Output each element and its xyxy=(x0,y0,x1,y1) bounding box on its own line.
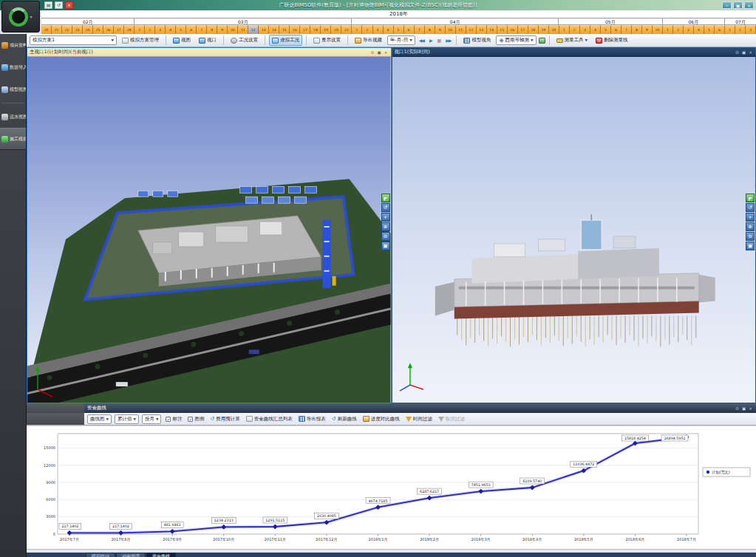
timeline-day-cell[interactable]: 2 xyxy=(362,25,372,34)
view-cube-icon[interactable]: ◩ xyxy=(746,194,755,202)
timeline-day-cell[interactable]: 14 xyxy=(487,25,497,34)
tab-simulation-stats[interactable]: 模拟统计 xyxy=(86,553,115,557)
view-angle-select[interactable]: ◈ 西南等轴测▼ xyxy=(496,35,536,45)
close-icon[interactable]: × xyxy=(384,49,389,55)
zoom-in-icon[interactable]: ⊕ xyxy=(381,222,390,231)
timeline-day-cell[interactable]: 13 xyxy=(477,25,487,34)
zoom-out-icon[interactable]: ⊖ xyxy=(746,232,755,241)
timeline-day-cell[interactable]: 1 xyxy=(352,25,362,34)
timeline-day-cell[interactable]: 3 xyxy=(746,25,756,34)
orbit-icon[interactable]: ↺ xyxy=(746,203,755,212)
display-settings-button[interactable]: 显示设置 xyxy=(310,35,344,46)
cost-precalc-button[interactable]: ↺费用预计算 xyxy=(208,415,241,423)
step-forward-button[interactable]: ▶▶ xyxy=(444,37,452,44)
timeline-day-cell[interactable]: 1 xyxy=(559,25,570,34)
zoom-in-icon[interactable]: ⊕ xyxy=(746,222,755,231)
timeline-day-cell[interactable]: 15 xyxy=(497,25,508,34)
timeline-day-cell[interactable]: 1 xyxy=(663,25,673,34)
model-view-button[interactable]: 模型视角 xyxy=(460,35,494,46)
timeline-day-cell[interactable]: 2 xyxy=(673,25,684,34)
maximize-icon[interactable]: ▣ xyxy=(741,406,746,411)
orbit-icon[interactable]: ↺ xyxy=(381,203,390,212)
refresh-curve-button[interactable]: ↺刷新曲线 xyxy=(330,415,358,423)
timeline-day-cell[interactable]: 18 xyxy=(310,25,321,34)
timeline-day-cell[interactable]: 26 xyxy=(103,25,114,34)
timeline-day-cell[interactable]: 1 xyxy=(134,25,145,34)
timeline-day-cell[interactable]: 22 xyxy=(62,25,72,34)
annotation-checkbox[interactable]: ✓标注 xyxy=(164,415,183,423)
timeline-day-cell[interactable]: 10 xyxy=(228,25,238,34)
timeline-day-cell[interactable]: 5 xyxy=(601,25,611,34)
app-logo[interactable]: ▾ xyxy=(1,1,40,33)
timeline-day-cell[interactable]: 11 xyxy=(456,25,466,34)
secondary-viewport-header[interactable]: 视口1(实际时间) ⊙ ▣ × xyxy=(392,48,756,57)
main-viewport-canvas[interactable]: ◩ ↺ + ⊕ ⊖ ▣ xyxy=(27,57,391,403)
main-viewport-header[interactable]: 主视口1(计划时间)(当前视口) ⊙ ▣ × xyxy=(27,48,391,57)
sidebar-item-project-data[interactable]: 项目资料 xyxy=(0,34,26,56)
pin-icon[interactable]: ⊙ xyxy=(735,406,740,411)
timeline-day-cell[interactable]: 12 xyxy=(248,25,259,34)
timeline-day-cell[interactable]: 25 xyxy=(93,25,103,34)
timeline-day-cell[interactable]: 17 xyxy=(518,25,528,34)
timeline-day-cell[interactable]: 6 xyxy=(715,25,725,34)
viewport-button[interactable]: 视口 xyxy=(196,35,219,46)
legend-checkbox[interactable]: ✓图例 xyxy=(186,415,205,423)
maximize-icon[interactable]: ▣ xyxy=(377,49,382,55)
view-cube-icon[interactable]: ◩ xyxy=(381,194,390,202)
timeline-day-cell[interactable]: 8 xyxy=(425,25,435,34)
pan-icon[interactable]: + xyxy=(746,213,755,222)
date-format-select[interactable]: 年-月-日▼ xyxy=(387,35,415,45)
timeline-day-cell[interactable]: 3 xyxy=(155,25,166,34)
play-button[interactable]: ▶ xyxy=(428,37,434,44)
timeline-day-cell[interactable]: 9 xyxy=(642,25,653,34)
close-icon[interactable]: × xyxy=(748,406,753,411)
pin-icon[interactable]: ⊙ xyxy=(370,49,375,55)
compare-curve-button[interactable]: 进度对比曲线 xyxy=(361,415,401,423)
sidebar-item-flow-view[interactable]: 流水视图 xyxy=(0,106,26,128)
sidebar-item-construction-simulation[interactable]: 施工模拟 xyxy=(0,128,26,150)
timeline-day-cell[interactable]: 2 xyxy=(145,25,155,34)
timeline-day-cell[interactable]: 19 xyxy=(539,25,549,34)
timeline-day-cell[interactable]: 4 xyxy=(166,25,176,34)
timeline-day-cell[interactable]: 5 xyxy=(176,25,186,34)
first-person-icon[interactable] xyxy=(539,38,545,44)
timeline-day-cell[interactable]: 12 xyxy=(466,25,477,34)
timeline-day-cell[interactable]: 3 xyxy=(684,25,694,34)
timeline-day-cell[interactable]: 24 xyxy=(83,25,93,34)
timeline-day-cell[interactable]: 19 xyxy=(321,25,331,34)
timeline-day-cell[interactable]: 20 xyxy=(331,25,341,34)
timeline-day-cell[interactable]: 17 xyxy=(300,25,310,34)
scheme-manage-button[interactable]: 模拟方案管理 xyxy=(119,35,162,46)
condition-settings-button[interactable]: 工况设置 xyxy=(228,35,261,46)
minimize-button[interactable]: ─ xyxy=(722,1,732,9)
timeline-day-cell[interactable]: 2 xyxy=(735,25,746,34)
timeline-day-cell[interactable]: 7 xyxy=(197,25,207,34)
timeline-day-cell[interactable]: 3 xyxy=(373,25,384,34)
simulation-scheme-select[interactable]: 模拟方案1▼ xyxy=(30,35,117,45)
timeline-day-cell[interactable]: 23 xyxy=(72,25,83,34)
sidebar-item-data-import[interactable]: 数据导入 xyxy=(0,56,26,78)
zoom-extents-icon[interactable]: ▣ xyxy=(746,242,755,250)
timeline-day-cell[interactable]: 14 xyxy=(269,25,279,34)
sidebar-item-model-view[interactable]: 模型视图 xyxy=(0,78,26,100)
stop-button[interactable]: ■ xyxy=(436,37,443,44)
timeline-day-cell[interactable]: 6 xyxy=(186,25,197,34)
summary-list-button[interactable]: 资金曲线汇总列表 xyxy=(245,415,294,423)
timeline-day-cell[interactable]: 8 xyxy=(207,25,217,34)
step-backward-button[interactable]: ◀◀ xyxy=(418,37,426,44)
value-type-select[interactable]: 累计值▼ xyxy=(115,414,139,424)
cancel-filter-button[interactable]: 取消过滤 xyxy=(437,415,466,423)
timeline-day-cell[interactable]: 10 xyxy=(653,25,663,34)
pan-icon[interactable]: + xyxy=(381,213,390,222)
timeline-day-cell[interactable]: 16 xyxy=(290,25,300,34)
timeline-day-cell[interactable]: 9 xyxy=(435,25,446,34)
period-select[interactable]: 按月▼ xyxy=(142,414,161,424)
timeline-day-cell[interactable]: 1 xyxy=(725,25,735,34)
virtual-condition-button[interactable]: 虚拟工况 xyxy=(269,35,302,46)
timeline-day-cell[interactable]: 13 xyxy=(259,25,269,34)
delete-measure-button[interactable]: ×删除测量线 xyxy=(593,35,631,46)
time-filter-button[interactable]: 时间过滤 xyxy=(404,415,434,423)
timeline-day-cell[interactable]: 2 xyxy=(570,25,580,34)
timeline-day-cell[interactable]: 8 xyxy=(632,25,642,34)
timeline-day-cell[interactable]: 7 xyxy=(415,25,425,34)
